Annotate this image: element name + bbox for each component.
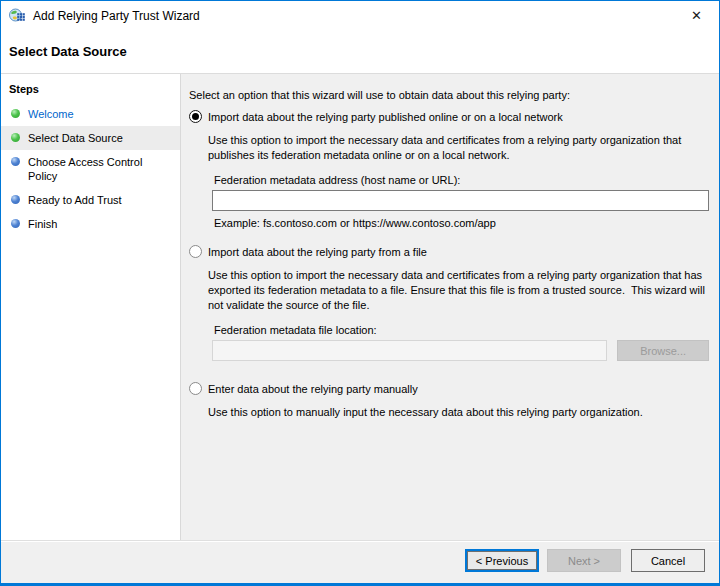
step-item-welcome: Welcome — [1, 102, 180, 126]
browse-button: Browse... — [617, 340, 709, 361]
step-upcoming-bullet-icon — [11, 219, 20, 228]
radio-option-file-label[interactable]: Import data about the relying party from… — [208, 246, 427, 258]
window-title: Add Relying Party Trust Wizard — [33, 9, 200, 23]
radio-option-online-label[interactable]: Import data about the relying party publ… — [208, 111, 563, 123]
wizard-header: Select Data Source — [1, 31, 719, 74]
steps-panel: Steps Welcome Select Data Source Choose … — [1, 74, 181, 540]
example-text: Example: fs.contoso.com or https://www.c… — [214, 217, 709, 230]
add-relying-party-trust-wizard-dialog: Add Relying Party Trust Wizard ✕ Select … — [0, 0, 720, 586]
radio-unselected-icon[interactable] — [189, 245, 202, 258]
radio-option-file[interactable]: Import data about the relying party from… — [189, 245, 709, 259]
page-title: Select Data Source — [9, 44, 127, 59]
option-online-description: Use this option to import the necessary … — [208, 133, 709, 163]
step-completed-bullet-icon — [11, 109, 20, 118]
titlebar: Add Relying Party Trust Wizard ✕ — [1, 1, 719, 31]
next-button: Next > — [547, 549, 621, 572]
close-icon: ✕ — [691, 8, 702, 23]
radio-option-online[interactable]: Import data about the relying party publ… — [189, 110, 709, 124]
footer-button-bar: < Previous Next > Cancel — [1, 540, 719, 583]
radio-option-manual-label[interactable]: Enter data about the relying party manua… — [208, 383, 418, 395]
cancel-button[interactable]: Cancel — [631, 549, 705, 572]
step-label: Choose Access Control Policy — [28, 156, 142, 182]
step-upcoming-bullet-icon — [11, 157, 20, 166]
step-item-ready-to-add-trust: Ready to Add Trust — [1, 188, 180, 212]
step-item-select-data-source: Select Data Source — [1, 126, 180, 150]
step-item-choose-access-control-policy: Choose Access Control Policy — [1, 150, 180, 188]
radio-option-manual[interactable]: Enter data about the relying party manua… — [189, 382, 709, 396]
close-button[interactable]: ✕ — [674, 1, 719, 31]
step-upcoming-bullet-icon — [11, 195, 20, 204]
federation-metadata-address-input[interactable] — [212, 190, 709, 211]
previous-button[interactable]: < Previous — [465, 549, 539, 572]
radio-selected-icon[interactable] — [189, 110, 202, 123]
option-file-description: Use this option to import the necessary … — [208, 268, 709, 313]
wizard-app-icon — [9, 8, 25, 24]
federation-metadata-file-input — [212, 340, 607, 361]
step-label: Welcome — [28, 108, 74, 120]
step-label: Ready to Add Trust — [28, 194, 122, 206]
step-completed-bullet-icon — [11, 133, 20, 142]
steps-title: Steps — [1, 74, 180, 102]
federation-metadata-file-label: Federation metadata file location: — [214, 324, 709, 337]
step-label: Select Data Source — [28, 132, 123, 144]
federation-metadata-address-label: Federation metadata address (host name o… — [214, 174, 709, 187]
step-item-finish: Finish — [1, 212, 180, 236]
option-manual-description: Use this option to manually input the ne… — [208, 405, 709, 420]
radio-unselected-icon[interactable] — [189, 382, 202, 395]
intro-text: Select an option that this wizard will u… — [189, 89, 709, 102]
content-panel: Select an option that this wizard will u… — [181, 74, 719, 540]
step-label: Finish — [28, 218, 57, 230]
file-location-row: Browse... — [212, 340, 709, 361]
